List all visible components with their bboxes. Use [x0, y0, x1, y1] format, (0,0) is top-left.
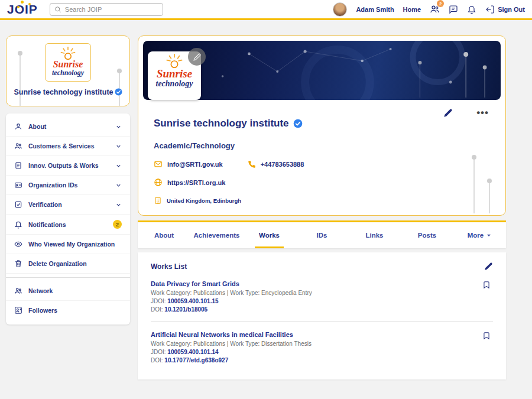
work-doi: DOI: 10.1201/b18005 [151, 306, 473, 313]
sidebar-item-who-viewed[interactable]: Who Viewed My Organization [6, 235, 130, 254]
logo-dot [17, 6, 20, 8]
check-square-icon [14, 200, 22, 209]
chevron-down-icon [115, 124, 122, 130]
chevron-down-icon [115, 163, 122, 169]
verified-badge-icon [293, 119, 303, 128]
top-bar: JOIP Adam Smith Home 2 Sign Out [0, 0, 532, 20]
network-icon[interactable]: 2 [430, 4, 440, 14]
sidebar-item-verification[interactable]: Verification [6, 195, 130, 215]
chevron-down-icon [115, 182, 122, 189]
sidebar-org-name-text: Sunrise technology institute [14, 88, 113, 96]
joip-logo[interactable]: JOIP [7, 2, 38, 17]
sidebar-item-label: Verification [28, 201, 62, 208]
globe-icon [154, 178, 163, 187]
people-icon [14, 287, 22, 295]
notifications-count-badge: 2 [113, 220, 122, 229]
sign-out-button[interactable]: Sign Out [485, 5, 525, 14]
eye-icon [14, 240, 22, 248]
work-meta: Work Category: Publications | Work Type:… [151, 290, 473, 296]
sign-out-label: Sign Out [498, 6, 525, 13]
profile-logo: Sunrise technology [148, 51, 201, 100]
sidebar-item-network[interactable]: Network [6, 281, 130, 301]
sidebar-item-delete-organization[interactable]: Delete Organization [6, 254, 130, 274]
profile-website[interactable]: https://SRTI.org.uk [154, 178, 225, 187]
profile-category: Academic/Technology [154, 141, 486, 150]
profile-email-text: info@SRTI.gov.uk [167, 161, 223, 168]
phone-icon [248, 160, 256, 168]
sidebar-item-followers[interactable]: Followers [6, 301, 130, 320]
person-icon [14, 122, 22, 131]
decoration-lollipop [20, 55, 21, 106]
messages-icon[interactable] [449, 5, 458, 14]
notifications-bell-icon[interactable] [467, 5, 476, 14]
sidebar-item-organization-ids[interactable]: Organization IDs [6, 176, 130, 195]
sidebar-item-label: Organization IDs [28, 181, 77, 189]
profile-email[interactable]: info@SRTI.gov.uk [154, 160, 223, 168]
nav-home[interactable]: Home [403, 6, 421, 13]
work-title-link[interactable]: Artificial Neural Networks in medical Fa… [151, 331, 473, 338]
work-jdoi-value[interactable]: 100059.400.101.14 [167, 349, 218, 355]
work-jdoi-value[interactable]: 100059.400.101.15 [167, 298, 218, 304]
sidebar-item-label: Customers & Services [28, 142, 94, 150]
work-item: Data Privacy for Smart Grids Work Catego… [151, 280, 493, 313]
person-add-icon [14, 306, 22, 314]
work-jdoi: JDOI: 100059.400.101.14 [151, 349, 473, 355]
profile-website-text: https://SRTI.org.uk [167, 179, 225, 186]
search-icon [54, 6, 61, 13]
sidebar-item-label: About [28, 123, 46, 130]
search-box[interactable] [50, 3, 163, 16]
sidebar-item-about[interactable]: About [6, 117, 130, 137]
tab-about[interactable]: About [138, 222, 190, 248]
network-badge: 2 [437, 0, 444, 7]
org-logo-word1: Sunrise [149, 68, 200, 79]
bookmark-icon[interactable] [482, 280, 491, 290]
sidebar-item-label: Notifications [28, 221, 66, 228]
work-doi-value[interactable]: 10.17077/etd.g638o927 [164, 357, 228, 364]
tab-works[interactable]: Works [243, 222, 296, 248]
org-logo-word2: technology [149, 79, 200, 88]
more-options-icon[interactable]: ••• [476, 110, 489, 116]
sidebar: Sunrise technology Sunrise technology in… [6, 35, 130, 379]
joip-logo-text: JOIP [7, 2, 38, 16]
edit-works-button[interactable] [484, 262, 493, 271]
avatar[interactable] [333, 2, 347, 17]
tab-more[interactable]: More [453, 222, 506, 248]
sidebar-item-label: Who Viewed My Organization [28, 241, 115, 248]
sidebar-item-customers-services[interactable]: Customers & Services [6, 137, 130, 156]
id-card-icon [14, 181, 22, 189]
sidebar-menu: About Customers & Services Innov. Output… [6, 113, 130, 325]
sun-icon [166, 54, 183, 68]
verified-badge-icon [115, 88, 122, 96]
work-jdoi: JDOI: 100059.400.101.15 [151, 298, 473, 304]
bookmark-icon[interactable] [482, 331, 491, 340]
tab-posts[interactable]: Posts [401, 222, 453, 248]
work-doi-value[interactable]: 10.1201/b18005 [164, 306, 207, 313]
profile-tabs: About Achievements Works IDs Links Posts… [138, 220, 506, 248]
profile-card: Sunrise technology ••• Sunrise technolog… [138, 35, 506, 216]
sidebar-item-innov-outputs-works[interactable]: Innov. Outputs & Works [6, 156, 130, 176]
menu-divider [6, 277, 130, 278]
tab-achievements[interactable]: Achievements [190, 222, 243, 248]
logo-dot [28, 3, 31, 5]
edit-profile-button[interactable] [443, 108, 453, 118]
work-meta: Work Category: Publications | Work Type:… [151, 340, 473, 347]
search-input[interactable] [65, 6, 158, 13]
sidebar-org-name: Sunrise technology institute [14, 87, 122, 98]
tab-ids[interactable]: IDs [296, 222, 348, 248]
sign-out-icon [485, 5, 495, 14]
work-title-link[interactable]: Data Privacy for Smart Grids [151, 280, 473, 287]
tab-links[interactable]: Links [348, 222, 401, 248]
org-summary-card[interactable]: Sunrise technology Sunrise technology in… [6, 35, 130, 106]
works-list-heading: Works List [151, 262, 187, 271]
sidebar-item-label: Followers [28, 307, 57, 314]
sidebar-item-label: Delete Organization [28, 260, 87, 267]
people-icon [14, 142, 22, 150]
sidebar-item-notifications[interactable]: Notifications 2 [6, 215, 130, 235]
edit-logo-button[interactable] [188, 48, 206, 66]
main-content: Sunrise technology ••• Sunrise technolog… [138, 35, 506, 379]
decoration-lollipop [473, 159, 475, 213]
profile-phone[interactable]: +44783653888 [248, 160, 304, 168]
chevron-down-icon [115, 202, 122, 208]
profile-name: Sunrise technology institute [154, 118, 289, 129]
sidebar-item-label: Innov. Outputs & Works [28, 162, 99, 169]
